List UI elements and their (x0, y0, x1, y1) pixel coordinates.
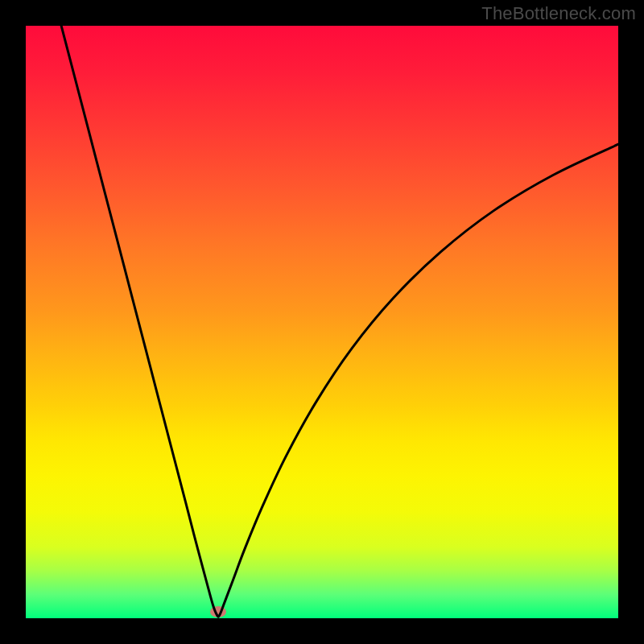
watermark-text: TheBottleneck.com (481, 3, 636, 24)
plot-area (26, 26, 618, 618)
curve-line (26, 26, 618, 618)
chart-frame: TheBottleneck.com (0, 0, 644, 644)
